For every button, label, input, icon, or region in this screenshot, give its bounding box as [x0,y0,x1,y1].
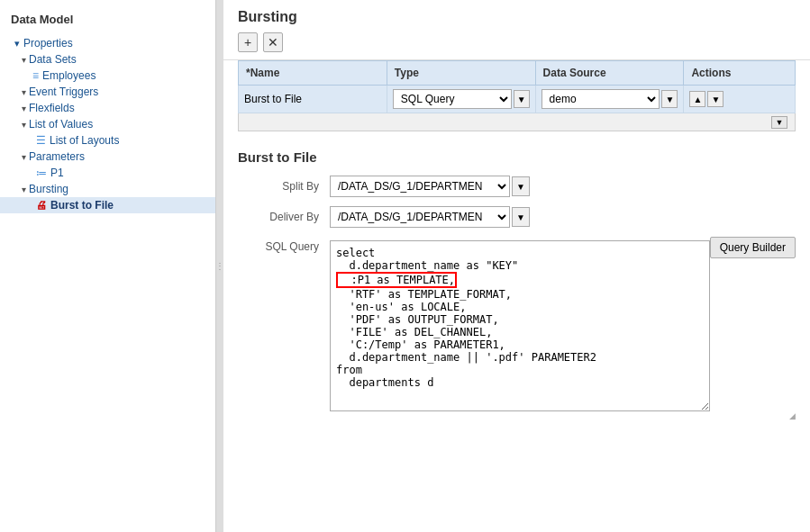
sql-line-2: d.department_name as "KEY" [336,259,704,272]
split-by-row: Split By /DATA_DS/G_1/DEPARTMEN ▼ [238,176,796,197]
sql-line-5: 'en-us' as LOCALE, [336,301,704,313]
sql-query-label: SQL Query [238,237,319,253]
sidebar: Data Model ▾ Properties ▾ Data Sets ≡ Em… [0,0,216,532]
table-row: Burst to File SQL Query ▼ demo [239,86,796,113]
chevron-down-icon: ▾ [22,120,26,130]
sidebar-resizer[interactable]: ⋮ [216,0,223,532]
chevron-down-icon: ▾ [14,38,20,50]
chevron-down-icon: ▾ [22,185,26,194]
resize-handle: ◢ [330,411,796,420]
deliver-by-select[interactable]: /DATA_DS/G_1/DEPARTMEN [330,206,510,228]
chevron-right-icon: ▾ [22,87,26,97]
sidebar-item-event-triggers[interactable]: ▾ Event Triggers [0,84,215,100]
sidebar-title: Data Model [0,7,215,35]
add-button[interactable]: + [238,32,258,52]
sidebar-burst-to-file-label: Burst to File [50,199,114,212]
sidebar-employees-label: Employees [42,69,96,82]
sidebar-list-of-layouts-label: List of Layouts [50,134,119,147]
type-select[interactable]: SQL Query [393,89,512,109]
sidebar-list-of-values-label: List of Values [29,118,93,131]
sidebar-item-bursting[interactable]: ▾ Bursting [0,181,215,197]
bursting-header: Bursting + ✕ [223,0,810,60]
split-by-dropdown-btn[interactable]: ▼ [512,176,530,196]
datasource-dropdown-btn[interactable]: ▼ [661,90,678,108]
row-datasource-cell: demo ▼ [535,86,684,113]
sql-line-8: 'C:/Temp' as PARAMETER1, [336,338,704,351]
sidebar-item-list-of-layouts[interactable]: ☰ List of Layouts [0,132,215,149]
sidebar-item-flexfields[interactable]: ▾ Flexfields [0,100,215,116]
sql-line-11: departments d [336,376,704,389]
sql-line-7: 'FILE' as DEL_CHANNEL, [336,326,704,338]
sidebar-event-triggers-label: Event Triggers [29,86,98,98]
sidebar-item-employees[interactable]: ≡ Employees [0,68,215,84]
col-header-type: Type [387,61,535,86]
sidebar-item-list-of-values[interactable]: ▾ List of Values [0,116,215,132]
remove-button[interactable]: ✕ [263,32,283,52]
param-icon: ≔ [36,167,47,179]
chevron-right-icon: ▾ [22,104,26,113]
list-icon: ☰ [36,134,46,147]
sql-line-9: d.department_name || '.pdf' PARAMETER2 [336,351,704,364]
query-builder-button[interactable]: Query Builder [710,237,796,258]
deliver-by-label: Deliver By [238,211,319,223]
sidebar-item-datasets[interactable]: ▾ Data Sets [0,51,215,68]
sidebar-item-burst-to-file[interactable]: 🖨 Burst to File [0,197,215,213]
move-up-button[interactable]: ▲ [689,91,705,107]
row-type-cell: SQL Query ▼ [387,86,535,113]
move-down-button[interactable]: ▼ [707,91,724,107]
row-name: Burst to File [239,86,387,113]
collapse-button[interactable]: ▼ [771,116,787,129]
sql-line-highlight: :P1 as TEMPLATE, [336,272,457,288]
chevron-down-icon: ▾ [22,152,26,162]
bursting-title: Bursting [238,9,796,25]
burst-table: *Name Type Data Source Actions Burst to … [238,60,796,113]
toolbar: + ✕ [238,32,796,52]
deliver-by-select-wrap: /DATA_DS/G_1/DEPARTMEN ▼ [330,206,530,228]
sql-line-10: from [336,364,704,376]
deliver-by-row: Deliver By /DATA_DS/G_1/DEPARTMEN ▼ [238,206,796,228]
burst-file-section: Burst to File Split By /DATA_DS/G_1/DEPA… [223,140,810,438]
sidebar-item-parameters[interactable]: ▾ Parameters [0,149,215,165]
col-header-actions: Actions [684,61,796,86]
burst-file-title: Burst to File [238,149,796,165]
sidebar-parameters-label: Parameters [29,150,85,163]
collapse-row: ▼ [238,113,796,131]
datasource-select-wrap: demo ▼ [542,89,678,109]
row-actions-cell: ▲ ▼ [684,86,796,113]
sql-query-row: SQL Query Query Builder select d.departm… [238,237,796,420]
type-select-wrap: SQL Query ▼ [393,89,530,109]
bursting-table-section: *Name Type Data Source Actions Burst to … [223,60,810,131]
type-dropdown-btn[interactable]: ▼ [514,90,530,108]
sidebar-datasets-label: Data Sets [29,53,77,66]
split-by-label: Split By [238,180,319,193]
main-content: Bursting + ✕ *Name Type Data Source Acti… [223,0,810,532]
chevron-down-icon: ▾ [22,55,26,65]
sidebar-p1-label: P1 [50,167,64,179]
col-header-name: *Name [239,61,387,86]
sql-line-1: select [336,247,704,259]
col-header-datasource: Data Source [535,61,684,86]
sidebar-properties-label: Properties [23,37,73,50]
sidebar-item-properties[interactable]: ▾ Properties [0,35,215,51]
table-icon: ≡ [32,69,39,82]
split-by-select-wrap: /DATA_DS/G_1/DEPARTMEN ▼ [330,176,530,197]
split-by-select[interactable]: /DATA_DS/G_1/DEPARTMEN [330,176,510,197]
actions-cell: ▲ ▼ [689,91,789,107]
sidebar-bursting-label: Bursting [29,183,68,195]
sql-right: Query Builder select d.department_name a… [330,237,796,420]
sidebar-flexfields-label: Flexfields [29,102,75,114]
sql-line-6: 'PDF' as OUTPUT_FORMAT, [336,313,704,326]
sql-editor[interactable]: select d.department_name as "KEY" :P1 as… [330,240,710,411]
sql-line-4: 'RTF' as TEMPLATE_FORMAT, [336,288,704,301]
burst-icon: 🖨 [36,199,47,212]
deliver-by-dropdown-btn[interactable]: ▼ [512,207,530,227]
sidebar-item-p1[interactable]: ≔ P1 [0,165,215,181]
datasource-select[interactable]: demo [542,89,660,109]
